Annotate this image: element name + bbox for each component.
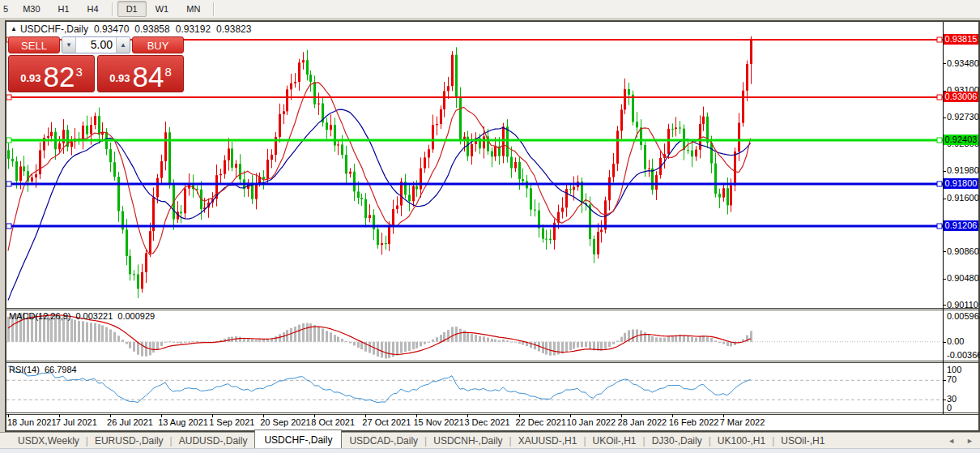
symbol-tab-uk100[interactable]: UK100-,H1 [710,433,773,449]
sell-price-display[interactable]: 0.93823 [8,55,95,92]
date-axis-tick: 20 Sep 2021 [260,417,310,427]
chart-title: ▲USDCHF-,Daily0.934700.938580.931920.938… [11,24,251,35]
buy-price-prefix: 0.93 [109,72,130,84]
macd-axis-tick: -0.003664 [947,350,979,360]
price-badge-0.91800: 0.91800 [944,178,978,189]
timeframe-toolbar: 5M30H1H4D1W1MN [0,0,980,19]
date-axis-tick: 16 Feb 2022 [669,417,719,427]
date-axis-tick: 26 Jul 2021 [107,417,153,427]
symbol-tab-ukoil[interactable]: UKOil-,H1 [586,433,644,449]
rsi-value: 66.7984 [45,365,77,374]
rsi-axis-tick: 70 [947,374,979,384]
ma-fast-line [8,83,751,254]
price-badge-0.92403: 0.92403 [944,135,978,145]
tab-scrollers: ◄ ► [948,437,974,445]
date-axis-tick: 7 Mar 2022 [720,417,765,427]
date-axis-tick: 27 Oct 2021 [362,417,411,427]
symbol-tab-usdchf[interactable]: USDCHF-,Daily [254,429,342,449]
symbol-tab-audusd[interactable]: AUDUSD-,Daily [172,433,255,449]
symbol-tab-usoil[interactable]: USOil-,H1 [773,433,832,449]
rsi-axis-tick: 0 [947,403,979,412]
symbol-tab-xauusd[interactable]: XAUUSD-,H1 [511,433,585,449]
sell-button[interactable]: SELL [8,36,60,53]
timeframe-button-d1[interactable]: D1 [117,1,147,17]
price-axis-tick: 0.91600 [947,193,979,203]
one-click-trading-panel: SELL ▼ 5.00 ▲ BUY 0.93823 0.93848 [8,36,184,92]
tab-scroll-right-icon[interactable]: ► [966,437,974,445]
macd-label: MACD(12,26,9)0.0032210.000929 [9,311,160,321]
macd-signal-line [8,315,751,355]
price-axis-tick: 0.90110 [947,300,979,310]
buy-price-pip: 8 [164,65,171,79]
symbol-tab-usdx[interactable]: USDX,Weekly [11,433,87,449]
price-badge-0.91206: 0.91206 [944,220,978,231]
price-axis-tick: 0.92730 [947,112,979,122]
hline-0.93006[interactable] [6,95,943,100]
symbol-tab-dj30[interactable]: DJ30-,Daily [645,433,709,449]
hline-0.91206[interactable] [6,224,943,229]
macd-axis-tick: 0.005963 [947,311,979,321]
timeframe-button-w1[interactable]: W1 [147,1,178,17]
volume-increase-button[interactable]: ▲ [116,37,130,53]
date-axis-tick: 13 Aug 2021 [158,417,208,427]
sell-price-digits: 82 [44,64,75,89]
volume-decrease-button[interactable]: ▼ [62,37,76,53]
rsi-line [8,366,751,403]
macd-main-value: 0.003221 [75,311,113,321]
buy-button[interactable]: BUY [132,36,184,53]
timeframe-button-m30[interactable]: M30 [14,1,49,17]
date-axis-tick: 15 Nov 2021 [413,417,463,427]
price-axis-tick: 0.93480 [947,58,979,68]
date-axis-tick: 3 Dec 2021 [464,417,509,427]
rsi-axis-tick: 100 [947,365,979,374]
ohlc-close: 0.93823 [216,24,251,35]
macd-name: MACD(12,26,9) [9,311,70,321]
price-axis-tick: 0.90480 [947,273,979,283]
timeframe-button-h4[interactable]: H4 [79,1,108,17]
buy-price-display[interactable]: 0.93848 [97,55,184,92]
sell-price-pip: 3 [75,65,82,79]
macd-signal-value: 0.000929 [117,311,155,321]
date-axis-tick: 1 Sep 2021 [209,417,254,427]
chart-title-symbol: USDCHF-,Daily [20,24,88,35]
symbol-tab-usdcnh[interactable]: USDCNH-,Daily [426,433,509,449]
date-axis-tick: 28 Jan 2022 [618,417,667,427]
chart-title-arrow-icon: ▲ [11,25,17,32]
rsi-label: RSI(14)66.7984 [9,365,82,374]
symbol-tab-usdcad[interactable]: USDCAD-,Daily [342,433,425,449]
price-axis-tick: 0.90860 [947,246,979,256]
timeframe-button-5[interactable]: 5 [1,1,14,17]
date-axis-tick: 8 Oct 2021 [311,417,355,427]
chart-window: ▲USDCHF-,Daily0.934700.938580.931920.938… [5,20,980,432]
volume-stepper: ▼ 5.00 ▲ [62,36,130,53]
date-axis-tick: 18 Jun 2021 [7,417,57,427]
timeframe-button-h1[interactable]: H1 [49,1,79,17]
date-axis-tick: 10 Jan 2022 [567,417,616,427]
toolbar-separator [112,2,113,16]
ohlc-low: 0.93192 [176,24,211,35]
sell-price-prefix: 0.93 [20,72,40,84]
status-strip [0,448,980,453]
rsi-name: RSI(14) [9,365,40,374]
date-axis-tick: 22 Dec 2021 [516,417,566,427]
timeframe-button-mn[interactable]: MN [177,1,209,17]
price-badge-0.93815: 0.93815 [944,34,978,45]
chart-tab-bar: USDX,Weekly|EURUSD-,Daily|AUDUSD-,DailyU… [0,432,980,448]
symbol-tab-eurusd[interactable]: EURUSD-,Daily [87,433,171,449]
price-axis-tick: 0.91980 [947,165,979,175]
price-badge-0.93006: 0.93006 [944,92,978,102]
date-axis-tick: 7 Jul 2021 [56,417,97,427]
volume-input[interactable]: 5.00 [76,37,116,53]
tab-scroll-left-icon[interactable]: ◄ [948,437,955,445]
buy-price-digits: 84 [133,64,164,89]
toolbar-separator [213,2,215,16]
hline-0.91800[interactable] [6,182,943,186]
macd-axis-tick: 0.00 [947,336,979,346]
ohlc-open: 0.93470 [94,24,129,35]
ohlc-high: 0.93858 [134,24,169,35]
